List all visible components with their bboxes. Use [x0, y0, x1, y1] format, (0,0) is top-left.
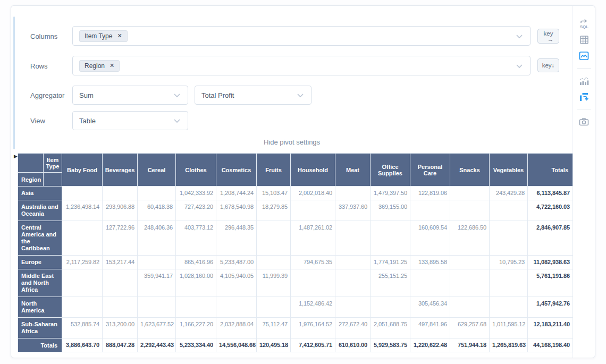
- col-total-cell: 1,220,622.48: [410, 338, 450, 352]
- pivot-cell: [450, 269, 490, 297]
- pivot-row: Sub-Saharan Africa532,885.74313,200.001,…: [18, 318, 573, 338]
- pivot-cell: 497,841.96: [410, 318, 450, 338]
- columns-tag[interactable]: Item Type ✕: [79, 30, 128, 42]
- pivot-cell: [138, 187, 176, 200]
- row-label: Asia: [18, 187, 62, 200]
- col-label: Cereal: [138, 154, 176, 187]
- pivot-cell: 369,155.00: [371, 200, 410, 221]
- pivot-cell: 293,906.88: [103, 200, 138, 221]
- pivot-cell: 1,028,160.00: [176, 269, 216, 297]
- rows-tag-label: Region: [85, 62, 105, 70]
- pivot-cell: 1,152,486.42: [291, 297, 335, 318]
- pivot-cell: [450, 256, 490, 269]
- rows-tag[interactable]: Region ✕: [79, 60, 120, 72]
- chevron-down-icon: [174, 94, 180, 98]
- columns-sort-key-button[interactable]: key →: [537, 29, 559, 44]
- pivot-head-row-1: Item Type Baby FoodBeveragesCerealClothe…: [18, 154, 573, 173]
- aggregator-field-select[interactable]: Total Profit: [195, 86, 312, 105]
- pivot-cell: 243,429.28: [490, 187, 528, 200]
- pivot-cell: [103, 187, 138, 200]
- rows-select[interactable]: Region ✕: [72, 56, 531, 75]
- pivot-cell: 1,976,164.52: [291, 318, 335, 338]
- pivot-table-container: Item Type Baby FoodBeveragesCerealClothe…: [18, 153, 573, 352]
- pivot-cell: [450, 297, 490, 318]
- col-label: Beverages: [103, 154, 138, 187]
- pivot-cell: 60,418.38: [138, 200, 176, 221]
- pivot-cell: 2,032,888.04: [216, 318, 257, 338]
- row-total-cell: 6,113,845.87: [528, 187, 573, 200]
- pivot-row: North America1,152,486.42305,456.341,457…: [18, 297, 573, 318]
- pivot-cell: 15,103.47: [257, 187, 291, 200]
- row-label: North America: [18, 297, 62, 318]
- col-label: Fruits: [257, 154, 291, 187]
- chevron-down-icon: [174, 119, 180, 123]
- camera-snapshot-icon[interactable]: [577, 115, 591, 128]
- aggregator-select[interactable]: Sum: [72, 86, 188, 105]
- col-total-cell: 5,233,334.40: [176, 338, 216, 352]
- pivot-cell: 359,941.17: [138, 269, 176, 297]
- pivot-cell: [335, 269, 371, 297]
- pivot-cell: 337,937.60: [335, 200, 371, 221]
- pivot-cell: 153,217.44: [103, 256, 138, 269]
- col-label: Meat: [335, 154, 371, 187]
- col-total-cell: 888,047.28: [103, 338, 138, 352]
- row-axis-label: Region: [18, 173, 44, 187]
- table-expand-handle[interactable]: ▶: [14, 154, 18, 159]
- col-label: Snacks: [450, 154, 490, 187]
- row-label: Australia and Oceania: [18, 200, 62, 221]
- view-select[interactable]: Table: [72, 111, 188, 130]
- visualization-image-icon[interactable]: [577, 49, 591, 62]
- pivot-cell: [490, 200, 528, 221]
- pivot-cell: [138, 256, 176, 269]
- key-label: key: [544, 31, 553, 37]
- row-label: Middle East and North Africa: [18, 269, 62, 297]
- pivot-cell: 4,105,940.05: [216, 269, 257, 297]
- pivot-cell: [450, 200, 490, 221]
- pivot-icon[interactable]: [577, 90, 591, 103]
- view-value: Table: [79, 117, 96, 125]
- rows-field-label: Rows: [30, 62, 48, 70]
- pivot-cell: 1,678,540.98: [216, 200, 257, 221]
- totals-col-header: Totals: [528, 154, 573, 187]
- pivot-cell: 2,051,688.75: [371, 318, 410, 338]
- row-total-cell: 11,082,938.63: [528, 256, 573, 269]
- bar-chart-icon[interactable]: [577, 74, 591, 87]
- col-total-cell: 610,610.00: [335, 338, 371, 352]
- pivot-table: Item Type Baby FoodBeveragesCerealClothe…: [18, 153, 573, 352]
- pivot-cell: [450, 187, 490, 200]
- hide-pivot-settings-link[interactable]: Hide pivot settings: [11, 138, 573, 146]
- col-total-cell: 7,412,605.71: [291, 338, 335, 352]
- pivot-cell: [371, 221, 410, 256]
- row-total-cell: 4,722,160.03: [528, 200, 573, 221]
- pivot-row: Australia and Oceania1,236,498.14293,906…: [18, 200, 573, 221]
- pivot-cell: 532,885.74: [62, 318, 103, 338]
- pivot-corner-blank-2: [44, 173, 62, 187]
- rows-sort-key-button[interactable]: key ↓: [537, 58, 559, 72]
- col-label: Vegetables: [490, 154, 528, 187]
- pivot-cell: [335, 256, 371, 269]
- sql-icon[interactable]: SQL: [577, 18, 591, 30]
- settings-scrollbar[interactable]: [13, 16, 15, 149]
- pivot-cell: 10,795.23: [490, 256, 528, 269]
- pivot-cell: 1,236,498.14: [62, 200, 103, 221]
- pivot-cell: [176, 297, 216, 318]
- pivot-cell: 127,722.96: [103, 221, 138, 256]
- row-label: Central America and the Caribbean: [18, 221, 62, 256]
- pivot-cell: 1,042,333.92: [176, 187, 216, 200]
- col-label: Baby Food: [62, 154, 103, 187]
- pivot-settings-and-table: Columns Item Type ✕ key → Rows Region ✕: [11, 6, 573, 358]
- columns-select[interactable]: Item Type ✕: [72, 26, 531, 46]
- table-grid-icon[interactable]: [577, 33, 591, 46]
- aggregator-value: Sum: [79, 91, 94, 99]
- pivot-cell: 629,257.68: [450, 318, 490, 338]
- pivot-cell: [490, 269, 528, 297]
- toolbar-divider: [577, 109, 591, 109]
- col-total-cell: 120,495.18: [257, 338, 291, 352]
- totals-row-label: Totals: [18, 338, 62, 352]
- pivot-cell: 5,233,487.00: [216, 256, 257, 269]
- pivot-cell: [257, 297, 291, 318]
- columns-tag-label: Item Type: [85, 32, 112, 40]
- pivot-cell: 794,675.35: [291, 256, 335, 269]
- columns-tag-remove-icon[interactable]: ✕: [117, 32, 122, 39]
- rows-tag-remove-icon[interactable]: ✕: [110, 62, 114, 69]
